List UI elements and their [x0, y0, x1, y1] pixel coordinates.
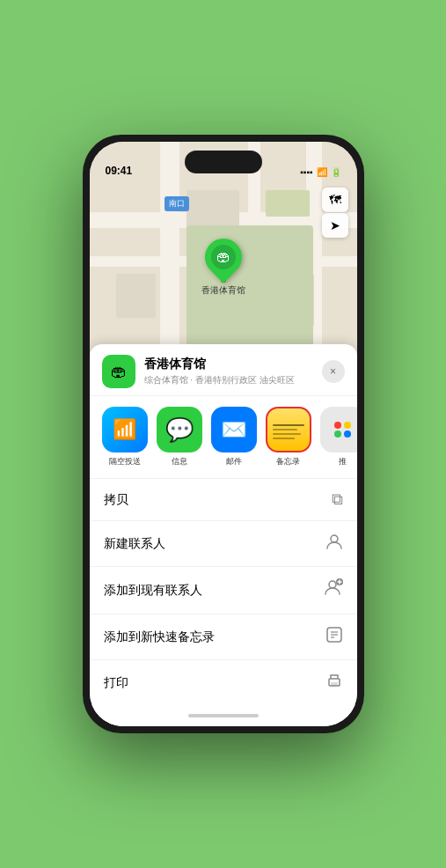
location-button[interactable]: ➤ — [322, 213, 348, 238]
notes-lines-decoration — [267, 417, 310, 443]
home-indicator — [90, 705, 357, 726]
venue-stadium-icon: 🏟 — [111, 363, 127, 381]
action-add-contact[interactable]: 添加到现有联系人 — [90, 567, 357, 614]
notes-icon — [266, 407, 311, 452]
close-button[interactable]: × — [322, 360, 345, 383]
phone-frame: 09:41 ▪▪▪▪ 📶 🔋 南口 — [83, 135, 364, 733]
svg-point-1 — [329, 581, 336, 588]
status-time: 09:41 — [106, 165, 133, 179]
airdrop-label: 隔空投送 — [109, 456, 141, 467]
more-icon — [320, 407, 357, 452]
pin-marker: 🏟 — [197, 231, 249, 283]
more-label: 推 — [339, 456, 347, 467]
share-app-message[interactable]: 💬 信息 — [157, 407, 202, 467]
signal-icon: ▪▪▪▪ — [300, 167, 312, 177]
mail-label: 邮件 — [226, 456, 242, 467]
bottom-sheet: 🏟 香港体育馆 综合体育馆 · 香港特别行政区 油尖旺区 × 📶 隔空投送 — [90, 344, 357, 726]
action-new-contact[interactable]: 新建联系人 — [90, 521, 357, 567]
close-icon: × — [330, 365, 336, 378]
map-controls: 🗺 ➤ — [322, 188, 348, 238]
mail-icon: ✉️ — [211, 407, 257, 452]
share-app-notes[interactable]: 备忘录 — [266, 407, 311, 467]
more-dots-decoration — [329, 416, 356, 443]
airdrop-icon: 📶 — [102, 407, 148, 452]
message-label: 信息 — [172, 456, 187, 467]
dot-blue — [344, 430, 351, 438]
svg-rect-10 — [331, 682, 338, 686]
action-quick-note[interactable]: 添加到新快速备忘录 — [90, 614, 357, 660]
share-app-more[interactable]: 推 — [320, 407, 357, 467]
venue-info: 香港体育馆 综合体育馆 · 香港特别行政区 油尖旺区 — [144, 357, 322, 386]
dot-yellow — [344, 422, 351, 429]
quick-note-icon — [325, 626, 343, 648]
print-icon — [325, 672, 343, 694]
status-icons: ▪▪▪▪ 📶 🔋 — [300, 167, 340, 179]
dot-red — [334, 422, 341, 429]
add-contact-icon — [324, 578, 343, 602]
map-pin: 🏟 香港体育馆 — [201, 239, 245, 297]
wifi-icon: 📶 — [317, 167, 327, 177]
pin-venue-label: 香港体育馆 — [201, 284, 245, 297]
sheet-header: 🏟 香港体育馆 综合体育馆 · 香港特别行政区 油尖旺区 × — [90, 344, 357, 396]
map-type-button[interactable]: 🗺 — [322, 188, 348, 212]
share-app-mail[interactable]: ✉️ 邮件 — [211, 407, 257, 467]
new-contact-icon — [325, 533, 343, 555]
share-apps-row: 📶 隔空投送 💬 信息 ✉️ 邮件 — [90, 396, 357, 479]
action-new-contact-label: 新建联系人 — [104, 536, 165, 552]
venue-icon: 🏟 — [102, 355, 135, 388]
pin-stadium-icon: 🏟 — [216, 249, 230, 265]
action-quick-note-label: 添加到新快速备忘录 — [104, 629, 215, 645]
dot-green — [334, 430, 341, 438]
home-bar — [188, 714, 259, 717]
notes-label: 备忘录 — [276, 456, 300, 467]
dynamic-island — [185, 151, 262, 173]
battery-icon: 🔋 — [331, 167, 341, 177]
venue-subtitle: 综合体育馆 · 香港特别行政区 油尖旺区 — [144, 374, 322, 386]
venue-name: 香港体育馆 — [144, 357, 322, 372]
action-copy[interactable]: 拷贝 ⧉ — [90, 479, 357, 521]
action-print-label: 打印 — [104, 675, 128, 691]
svg-point-0 — [331, 535, 338, 542]
copy-icon: ⧉ — [332, 490, 343, 509]
map-south-entrance-label: 南口 — [165, 196, 189, 211]
share-app-airdrop[interactable]: 📶 隔空投送 — [102, 407, 148, 467]
message-icon: 💬 — [157, 407, 202, 452]
action-copy-label: 拷贝 — [104, 492, 128, 508]
action-print[interactable]: 打印 — [90, 660, 357, 705]
action-add-contact-label: 添加到现有联系人 — [104, 583, 202, 599]
phone-screen: 09:41 ▪▪▪▪ 📶 🔋 南口 — [90, 142, 357, 726]
